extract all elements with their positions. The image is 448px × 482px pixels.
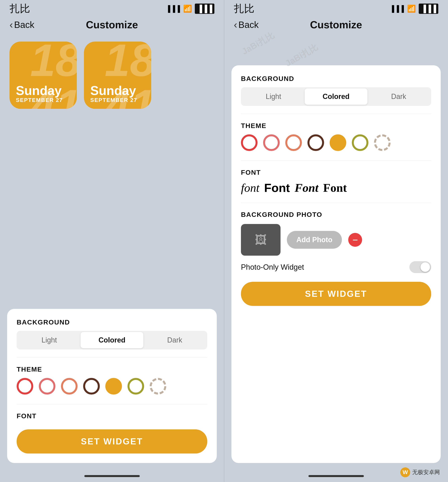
left-app-name: 扎比: [9, 2, 30, 16]
left-home-indicator: [0, 470, 224, 482]
right-battery-icon: ▐▐▐: [419, 4, 438, 14]
left-status-bar: 扎比 ▐▐▐ 📶 ▐▐▐: [0, 0, 224, 16]
right-font-serif[interactable]: Font: [323, 181, 347, 195]
left-theme-circle-3[interactable]: [83, 378, 100, 395]
left-theme-circle-6[interactable]: [150, 378, 166, 395]
right-remove-photo-button[interactable]: −: [348, 233, 362, 247]
left-font-label: FONT: [17, 412, 207, 420]
right-theme-circle-3[interactable]: [307, 134, 324, 151]
left-background-label: BACKGROUND: [17, 318, 207, 326]
right-status-bar: 扎比 ▐▐▐ 📶 ▐▐▐: [224, 0, 448, 16]
right-photo-thumbnail: 🖼: [241, 224, 280, 256]
left-font-section: FONT: [17, 412, 207, 421]
right-font-section: FONT font Font Font Font: [241, 169, 431, 195]
right-back-label: Back: [238, 19, 258, 30]
left-theme-section: THEME: [17, 365, 207, 396]
right-background-label: BACKGROUND: [241, 75, 431, 82]
left-widget-date: SEPTEMBER 27: [16, 97, 63, 103]
wifi-icon: 📶: [183, 5, 192, 13]
left-theme-circle-4[interactable]: [105, 378, 122, 395]
right-bg-colored[interactable]: Colored: [305, 88, 367, 105]
right-watermark-2: JaBi扎比: [283, 41, 320, 70]
right-home-bar: [308, 475, 364, 477]
right-back-chevron-icon: ‹: [234, 19, 237, 31]
left-home-bar: [84, 475, 140, 477]
right-theme-circle-0[interactable]: [241, 134, 257, 151]
left-widget-card-2: 1841 Sunday SEPTEMBER 27: [84, 41, 151, 109]
right-bg-photo-row: 🖼 Add Photo −: [241, 224, 431, 256]
left-back-button[interactable]: ‹ Back: [9, 19, 34, 31]
left-divider-2: [17, 404, 207, 404]
right-divider-2: [241, 160, 431, 161]
right-font-bold[interactable]: Font: [264, 181, 290, 195]
right-toggle-knob: [420, 262, 430, 272]
right-theme-circle-5[interactable]: [352, 134, 368, 151]
left-theme-circle-0[interactable]: [17, 378, 33, 395]
right-theme-circle-4[interactable]: [330, 134, 346, 151]
right-font-fancy[interactable]: Font: [295, 181, 318, 195]
right-photo-placeholder-icon: 🖼: [255, 233, 267, 247]
right-bg-photo-section: BACKGROUND PHOTO 🖼 Add Photo − Photo-Onl…: [241, 211, 431, 273]
left-theme-circle-1[interactable]: [39, 378, 56, 395]
right-nav-bar: ‹ Back Customize: [224, 16, 448, 34]
battery-icon: ▐▐▐: [195, 4, 214, 14]
signal-icon: ▐▐▐: [166, 5, 180, 12]
right-bg-light[interactable]: Light: [242, 88, 305, 105]
left-settings-card: BACKGROUND Light Colored Dark THEME: [7, 309, 217, 463]
left-widget-area: JaBi扎比 JaBi扎比 1841 Sunday SEPTEMBER 27 1…: [0, 34, 224, 307]
right-theme-circle-2[interactable]: [285, 134, 302, 151]
left-widget-date-2: SEPTEMBER 27: [90, 97, 137, 103]
logo-icon: W: [400, 467, 410, 477]
right-settings-card: BACKGROUND Light Colored Dark THEME: [232, 65, 441, 463]
bottom-logo: W 无极安卓网: [400, 467, 440, 477]
left-back-chevron-icon: ‹: [9, 19, 13, 31]
right-set-widget-button[interactable]: SET WIDGET: [241, 282, 431, 306]
right-theme-section: THEME: [241, 122, 431, 153]
right-theme-circle-6[interactable]: [374, 134, 391, 151]
left-theme-circle-5[interactable]: [128, 378, 144, 395]
right-bg-toggle: Light Colored Dark: [241, 87, 431, 106]
left-widget-day-2: Sunday: [90, 84, 136, 97]
right-theme-circle-1[interactable]: [263, 134, 280, 151]
left-bg-colored[interactable]: Colored: [80, 332, 143, 348]
left-page-title: Customize: [86, 19, 138, 31]
right-font-row: font Font Font Font: [241, 181, 431, 195]
right-wifi-icon: 📶: [407, 5, 416, 13]
left-phone-panel: 扎比 ▐▐▐ 📶 ▐▐▐ ‹ Back Customize JaBi扎比 JaB…: [0, 0, 224, 482]
right-background-section: BACKGROUND Light Colored Dark: [241, 75, 431, 106]
left-theme-row: [17, 378, 207, 396]
right-phone-panel: 扎比 ▐▐▐ 📶 ▐▐▐ ‹ Back Customize JaBi扎比 JaB…: [224, 0, 448, 482]
right-status-icons: ▐▐▐ 📶 ▐▐▐: [390, 4, 438, 14]
left-back-label: Back: [14, 19, 34, 30]
right-font-label: FONT: [241, 169, 431, 176]
left-bg-light[interactable]: Light: [18, 332, 80, 348]
left-theme-label: THEME: [17, 365, 207, 373]
right-signal-icon: ▐▐▐: [390, 5, 404, 12]
left-background-section: BACKGROUND Light Colored Dark: [17, 318, 207, 349]
right-page-title: Customize: [310, 19, 362, 31]
left-bg-dark[interactable]: Dark: [143, 332, 206, 348]
right-photo-only-label: Photo-Only Widget: [241, 263, 304, 271]
left-widget-card-1: 1841 Sunday SEPTEMBER 27: [9, 41, 77, 109]
right-divider-3: [241, 203, 431, 203]
right-app-name: 扎比: [234, 2, 254, 16]
left-widget-day: Sunday: [16, 84, 62, 97]
logo-text: 无极安卓网: [412, 468, 440, 476]
right-font-script[interactable]: font: [241, 181, 259, 195]
left-nav-bar: ‹ Back Customize: [0, 16, 224, 34]
left-status-icons: ▐▐▐ 📶 ▐▐▐: [166, 4, 214, 14]
right-bg-photo-label: BACKGROUND PHOTO: [241, 211, 431, 218]
left-bg-toggle: Light Colored Dark: [17, 331, 207, 349]
right-back-button[interactable]: ‹ Back: [234, 19, 259, 31]
right-theme-row: [241, 134, 431, 153]
right-photo-only-row: Photo-Only Widget: [241, 261, 431, 273]
minus-icon: −: [352, 235, 358, 245]
left-set-widget-button[interactable]: SET WIDGET: [17, 429, 207, 453]
right-preview-spacer: JaBi扎比 JaBi扎比: [224, 34, 448, 65]
left-theme-circle-2[interactable]: [61, 378, 78, 395]
right-divider-1: [241, 114, 431, 114]
right-bg-dark[interactable]: Dark: [368, 88, 430, 105]
right-add-photo-button[interactable]: Add Photo: [287, 231, 342, 249]
right-theme-label: THEME: [241, 122, 431, 130]
right-photo-only-toggle[interactable]: [409, 261, 431, 273]
